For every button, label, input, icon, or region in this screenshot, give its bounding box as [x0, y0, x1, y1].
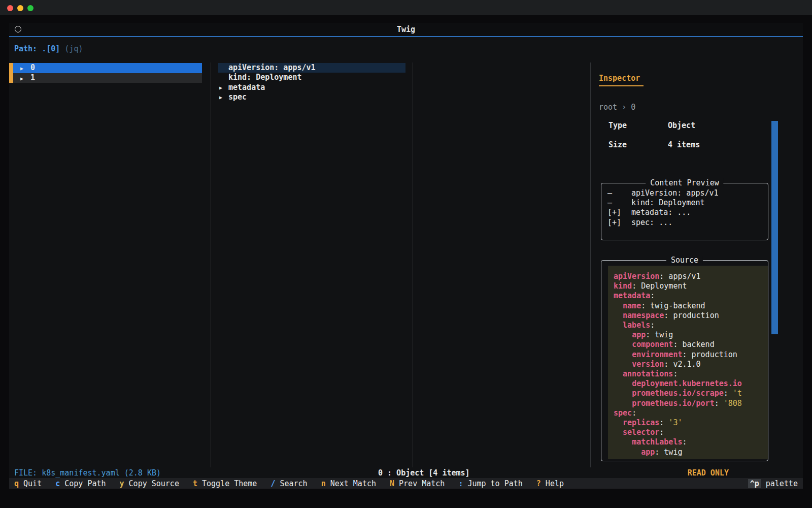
keybind-list: q Quitc Copy Pathy Copy Sourcet Toggle T…: [14, 479, 564, 488]
keybind-label: Next Match: [326, 479, 376, 488]
source-line: annotations:: [614, 369, 768, 379]
palette-label: palette: [766, 479, 798, 488]
tree-node-label: metadata: [228, 83, 265, 92]
yaml-key: replicas: [623, 418, 659, 427]
keybind-quit[interactable]: q Quit: [14, 479, 42, 488]
yaml-key: kind: [614, 281, 632, 291]
preview-prefix: [+]: [607, 208, 631, 217]
palette-shortcut[interactable]: ^p palette: [748, 479, 798, 488]
keybind-label: Quit: [19, 479, 42, 488]
preview-text: apiVersion: apps/v1: [631, 188, 719, 198]
keybind-key: N: [390, 479, 394, 488]
inspector-fields: TypeObjectSize4 items: [608, 121, 700, 160]
yaml-key: metadata: [614, 291, 650, 300]
preview-prefix: –: [607, 188, 631, 198]
keybind-key: y: [120, 479, 124, 488]
yaml-key: deployment.kubernetes.io: [632, 379, 742, 388]
keybind-label: Prev Match: [394, 479, 445, 488]
content-preview-box: Content Preview –apiVersion: apps/v1–kin…: [601, 183, 768, 240]
yaml-value: twig: [659, 448, 682, 457]
preview-line: [+]metadata: ...: [607, 208, 764, 217]
keybind-jump-to-path[interactable]: : Jump to Path: [458, 479, 522, 488]
tree-node-label: spec: [228, 92, 247, 102]
yaml-key: environment: [632, 350, 682, 359]
path-bar: Path: .[0] (jq): [14, 44, 83, 53]
yaml-value: '808: [719, 399, 742, 408]
expand-arrow-icon: ▶: [219, 83, 222, 92]
yaml-key: app: [641, 448, 655, 457]
source-line: labels:: [614, 321, 768, 330]
preview-line: [+]spec: ...: [607, 218, 764, 228]
status-mode-badge: READ ONLY: [688, 468, 729, 478]
preview-prefix: –: [607, 198, 631, 208]
app-title: Twig: [9, 25, 803, 34]
yaml-key: labels: [623, 321, 650, 330]
yaml-value: production: [687, 350, 737, 359]
keybind-toggle-theme[interactable]: t Toggle Theme: [193, 479, 257, 488]
tree-node[interactable]: apiVersion: apps/v1: [218, 63, 405, 73]
yaml-key: namespace: [623, 311, 664, 320]
content-preview-title: Content Preview: [646, 178, 723, 187]
keybind-key: t: [193, 479, 197, 488]
inspector-field: TypeObject: [608, 121, 700, 140]
keybind-prev-match[interactable]: N Prev Match: [390, 479, 445, 488]
yaml-key: prometheus.io/scrape: [632, 389, 724, 398]
keybind-key: n: [321, 479, 326, 488]
minimize-button[interactable]: [17, 5, 23, 11]
keybind-next-match[interactable]: n Next Match: [321, 479, 376, 488]
keybind-help[interactable]: ? Help: [536, 479, 564, 488]
file-list-item-label: 0: [30, 63, 35, 72]
source-line: matchLabels:: [614, 437, 768, 447]
yaml-key: app: [632, 330, 646, 339]
keybind-search[interactable]: / Search: [270, 479, 307, 488]
source-line: name: twig-backend: [614, 301, 768, 311]
inspector-scrollbar[interactable]: [771, 121, 778, 334]
keybind-copy-source[interactable]: y Copy Source: [120, 479, 179, 488]
source-line: version: v2.1.0: [614, 360, 768, 369]
yaml-key: component: [632, 340, 673, 349]
keybind-key: c: [55, 479, 60, 488]
path-engine-badge: (jq): [64, 44, 83, 53]
tree-node[interactable]: ▶metadata: [218, 83, 405, 92]
source-line: app: twig: [614, 448, 768, 457]
preview-text: metadata: ...: [631, 208, 691, 217]
selection-indicator: [9, 63, 13, 83]
close-button[interactable]: [7, 5, 13, 11]
breadcrumb: root › 0: [599, 103, 635, 112]
yaml-value: twig: [650, 330, 673, 339]
inspector-title-underline: [599, 85, 644, 86]
inspector-title: Inspector: [599, 74, 640, 83]
pane-divider: [590, 62, 591, 467]
content-preview-lines: –apiVersion: apps/v1–kind: Deployment[+]…: [601, 183, 768, 228]
field-value: 4 items: [668, 140, 700, 149]
zoom-button[interactable]: [27, 5, 33, 11]
tree-view: apiVersion: apps/v1kind: Deployment▶meta…: [218, 63, 405, 103]
source-box: Source apiVersion: apps/v1kind: Deployme…: [601, 260, 768, 461]
file-list-item[interactable]: ▶1: [13, 73, 202, 83]
file-list-item[interactable]: ▶0: [13, 63, 202, 73]
keybind-label: Toggle Theme: [197, 479, 257, 488]
source-line: kind: Deployment: [614, 281, 768, 291]
status-file-info: FILE: k8s_manifest.yaml (2.8 KB): [14, 468, 161, 478]
preview-line: –apiVersion: apps/v1: [607, 188, 764, 198]
tree-node[interactable]: ▶spec: [218, 92, 405, 102]
source-line: spec:: [614, 408, 768, 418]
field-value: Object: [668, 121, 695, 130]
path-value: .[0]: [42, 44, 60, 53]
source-line: prometheus.io/scrape: 't: [614, 389, 768, 398]
source-line: prometheus.io/port: '808: [614, 399, 768, 408]
keybind-copy-path[interactable]: c Copy Path: [55, 479, 106, 488]
expand-arrow-icon: ▶: [20, 64, 26, 74]
expand-arrow-icon: ▶: [20, 74, 26, 84]
tree-node[interactable]: kind: Deployment: [218, 73, 405, 82]
preview-prefix: [+]: [607, 218, 631, 228]
yaml-value: twig-backend: [646, 301, 705, 310]
yaml-key: version: [632, 360, 664, 369]
yaml-value: production: [668, 311, 719, 320]
yaml-value: apps/v1: [664, 272, 700, 281]
yaml-value: Deployment: [636, 281, 687, 291]
file-list: ▶0▶1: [13, 63, 202, 83]
yaml-key: selector: [623, 428, 659, 437]
source-title: Source: [666, 256, 703, 265]
source-line: environment: production: [614, 350, 768, 360]
